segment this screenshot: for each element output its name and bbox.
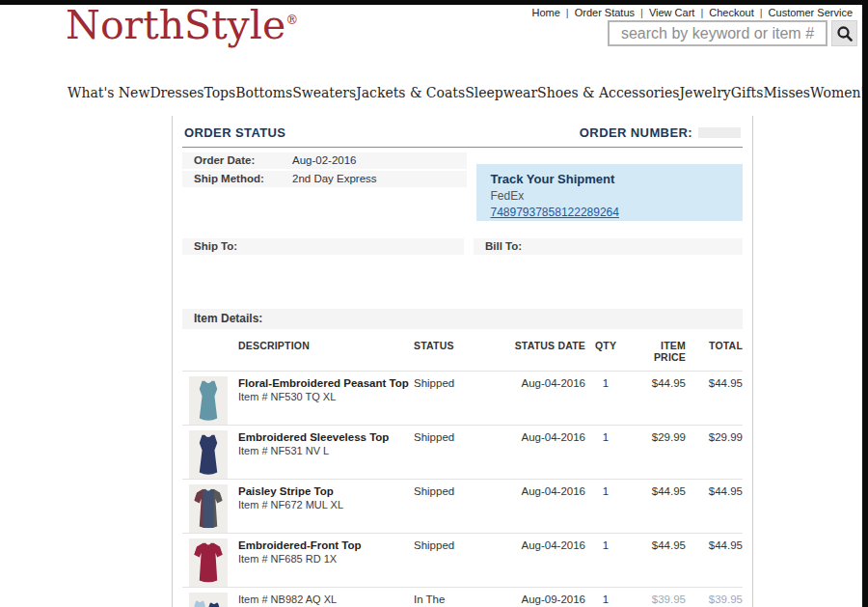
ship-to-label: Ship To: — [182, 238, 464, 255]
nav-item-bottoms[interactable]: Bottoms — [235, 85, 292, 100]
nav-item-gifts[interactable]: Gifts — [731, 85, 764, 100]
nav-item-what-s-new[interactable]: What's New — [68, 85, 149, 100]
tracking-carrier: FedEx — [490, 189, 729, 203]
column-header-qty: QTY — [589, 340, 622, 363]
item-status-date: Aug-04-2016 — [506, 430, 585, 443]
item-qty: 1 — [589, 593, 622, 605]
product-item-number: Item # NF672 MUL XL — [238, 499, 410, 510]
nav-item-sleepwear[interactable]: Sleepwear — [465, 85, 537, 100]
product-thumbnail — [189, 484, 228, 533]
product-thumbnail-graphic — [190, 377, 227, 424]
item-status: Shipped — [414, 538, 502, 551]
item-price: $39.95 — [626, 593, 686, 605]
order-fields: Order Date:Aug-02-2016Ship Method:2nd Da… — [182, 152, 467, 221]
item-status: Shipped — [414, 376, 502, 389]
item-description: Paisley Stripe Top Item # NF672 MUL XL — [238, 484, 410, 510]
product-name: Paisley Stripe Top — [238, 484, 410, 498]
top-link-customer-service[interactable]: Customer Service — [769, 7, 853, 18]
search-button[interactable] — [831, 20, 857, 46]
item-status-date: Aug-04-2016 — [506, 538, 585, 551]
product-thumbnail-graphic — [190, 593, 227, 607]
search-input[interactable] — [608, 20, 827, 46]
nav-item-misses[interactable]: Misses — [763, 85, 810, 100]
item-qty: 1 — [589, 484, 622, 497]
table-row: Embroidered Sleeveless Top Item # NF531 … — [182, 425, 743, 479]
tracking-title: Track Your Shipment — [490, 172, 729, 186]
field-value: 2nd Day Express — [292, 173, 377, 184]
column-header-item-price: ITEM PRICE — [626, 340, 686, 363]
nav-item-jewelry[interactable]: Jewelry — [679, 85, 730, 100]
top-link-view-cart[interactable]: View Cart — [649, 7, 694, 18]
item-status-date: Aug-09-2016 — [506, 593, 585, 605]
nav-item-jackets-coats[interactable]: Jackets & Coats — [356, 85, 465, 100]
order-number-label: ORDER NUMBER: — [580, 125, 692, 140]
registered-mark: ® — [285, 13, 298, 27]
table-body: Floral-Embroidered Peasant Top Item # NF… — [182, 371, 743, 607]
item-qty: 1 — [589, 376, 622, 389]
product-thumbnail — [189, 538, 228, 587]
search-bar — [608, 20, 857, 46]
order-number-redacted — [698, 127, 741, 138]
item-total: $44.95 — [690, 538, 743, 551]
address-blank-area — [182, 255, 743, 309]
table-header: DESCRIPTIONSTATUSSTATUS DATEQTYITEM PRIC… — [182, 333, 743, 371]
search-icon — [836, 25, 854, 42]
nav-item-sweaters[interactable]: Sweaters — [292, 85, 356, 100]
item-description: Embroidered-Front Top Item # NF685 RD 1X — [238, 538, 410, 565]
tracking-number-link[interactable]: 74897937858122289264 — [490, 206, 618, 219]
utility-links: Home|Order Status|View Cart|Checkout|Cus… — [531, 7, 853, 18]
brand-logo[interactable]: NorthStyle® — [66, 4, 298, 47]
item-details-label: Item Details: — [182, 309, 743, 329]
order-info-row: Order Date:Aug-02-2016Ship Method:2nd Da… — [182, 152, 743, 221]
link-separator: | — [760, 7, 763, 18]
table-row: Item # NB982 AQ XL In The Warehouse Aug-… — [182, 587, 743, 607]
item-description: Floral-Embroidered Peasant Top Item # NF… — [238, 376, 410, 402]
item-total: $44.95 — [690, 376, 743, 389]
column-header-description: DESCRIPTION — [238, 340, 410, 363]
product-thumbnail — [189, 430, 228, 479]
brand-name: NorthStyle — [66, 2, 285, 48]
bill-to-label: Bill To: — [474, 238, 743, 255]
top-link-home[interactable]: Home — [531, 7, 559, 18]
item-total: $39.95 — [690, 593, 743, 605]
link-separator: | — [640, 7, 643, 18]
tracking-box: Track Your Shipment FedEx 74897937858122… — [476, 164, 743, 221]
product-name: Embroidered Sleeveless Top — [238, 430, 410, 444]
product-thumbnail-graphic — [190, 539, 227, 586]
item-status: Shipped — [414, 430, 502, 443]
item-status: In The Warehouse — [414, 593, 502, 607]
item-qty: 1 — [589, 538, 622, 551]
item-description: Embroidered Sleeveless Top Item # NF531 … — [238, 430, 410, 456]
top-link-checkout[interactable]: Checkout — [709, 7, 753, 18]
table-row: Embroidered-Front Top Item # NF685 RD 1X… — [182, 533, 743, 587]
column-header-status: STATUS — [414, 340, 502, 363]
item-price: $44.95 — [626, 376, 686, 389]
product-thumbnail — [189, 376, 228, 425]
column-header-status-date: STATUS DATE — [506, 340, 585, 363]
top-link-order-status[interactable]: Order Status — [575, 7, 635, 18]
item-total: $29.99 — [690, 430, 743, 443]
right-black-strip — [862, 0, 868, 607]
field-label: Ship Method: — [194, 173, 292, 184]
nav-item-shoes-accessories[interactable]: Shoes & Accessories — [537, 85, 679, 100]
table-row: Paisley Stripe Top Item # NF672 MUL XL S… — [182, 479, 743, 533]
product-item-number: Item # NF531 NV L — [238, 445, 410, 456]
product-item-number: Item # NB982 AQ XL — [238, 593, 410, 605]
link-separator: | — [566, 7, 569, 18]
nav-item-tops[interactable]: Tops — [203, 85, 235, 100]
product-item-number: Item # NF530 TQ XL — [238, 391, 410, 402]
thumb-column-spacer — [182, 340, 234, 363]
product-item-number: Item # NF685 RD 1X — [238, 553, 410, 565]
order-number: ORDER NUMBER: — [580, 125, 741, 140]
item-qty: 1 — [589, 430, 622, 443]
product-thumbnail-graphic — [190, 485, 227, 532]
order-status-panel: ORDER STATUS ORDER NUMBER: Order Date:Au… — [172, 116, 753, 607]
field-label: Order Date: — [194, 154, 292, 166]
address-row: Ship To: Bill To: — [182, 238, 743, 255]
nav-item-dresses[interactable]: Dresses — [149, 85, 203, 100]
page-title: ORDER STATUS — [184, 125, 285, 140]
product-thumbnail-graphic — [190, 431, 227, 478]
section-header: ORDER STATUS ORDER NUMBER: — [182, 122, 743, 148]
product-name: Floral-Embroidered Peasant Top — [238, 376, 410, 390]
nav-item-women-s[interactable]: Women's — [810, 85, 868, 100]
